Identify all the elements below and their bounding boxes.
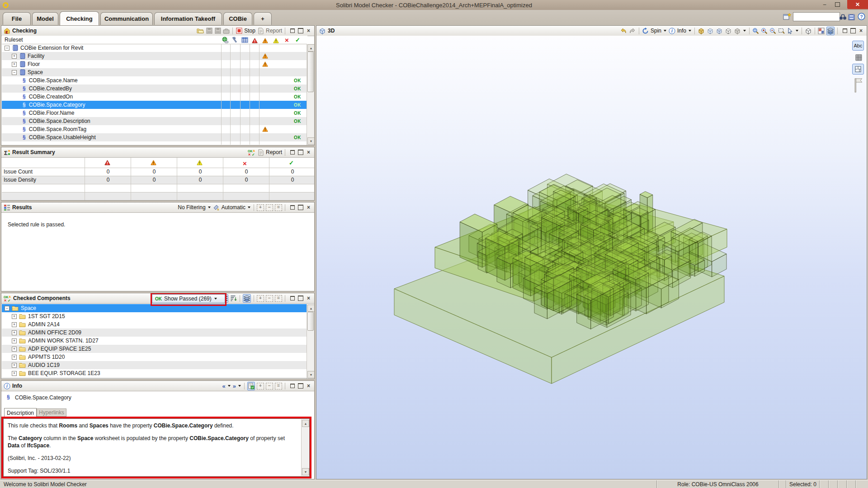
results-maximize-button[interactable] <box>297 205 304 211</box>
expand-toggle-icon[interactable]: + <box>12 371 17 376</box>
results-filter-dropdown[interactable]: No Filtering <box>178 204 205 211</box>
labels-toggle-button[interactable]: Abc <box>852 41 864 51</box>
rule-tree-row[interactable]: §COBie.CreatedByOK <box>2 84 307 93</box>
scroll-thumb[interactable] <box>307 52 314 92</box>
chevron-down-icon[interactable] <box>208 206 211 208</box>
tab-cobie[interactable]: COBie <box>223 12 252 25</box>
component-tree-row[interactable]: +BEE TECH 2B23 <box>2 377 307 379</box>
undo-icon[interactable] <box>620 27 627 35</box>
redo-icon[interactable] <box>629 27 636 35</box>
help-icon[interactable]: ? <box>858 13 865 20</box>
collapse-toggle-icon[interactable]: − <box>12 70 17 75</box>
info-tool-icon[interactable]: i <box>669 27 675 35</box>
viewport-3d-canvas[interactable]: Abc <box>316 36 867 479</box>
zoom-in-icon[interactable] <box>761 27 768 35</box>
summary-maximize-button[interactable] <box>297 150 304 155</box>
collapse-all-button[interactable]: − <box>266 295 273 302</box>
expand-toggle-icon[interactable]: + <box>12 54 17 59</box>
hyperlink-column-icon[interactable] <box>222 36 229 44</box>
stop-button[interactable]: Stop <box>244 28 255 34</box>
summary-close-button[interactable]: × <box>305 150 312 155</box>
report-button[interactable]: Report <box>266 28 282 34</box>
scroll-down-arrow[interactable]: ▼ <box>307 371 315 378</box>
expand-toggle-icon[interactable]: + <box>12 338 17 343</box>
expand-toggle-icon[interactable]: + <box>12 314 17 319</box>
view-transparent-icon[interactable] <box>707 27 714 35</box>
collapse-all-button[interactable]: − <box>266 383 273 389</box>
colorize-icon[interactable] <box>213 204 220 211</box>
nav-forward-icon[interactable]: » <box>233 383 236 389</box>
collapse-toggle-icon[interactable]: − <box>5 306 9 311</box>
parameters-column-icon[interactable] <box>241 36 248 44</box>
info-dropdown[interactable]: Info <box>677 28 686 34</box>
layers-icon[interactable] <box>243 294 251 303</box>
info-float-button[interactable] <box>289 383 296 389</box>
expand-toggle-icon[interactable]: + <box>12 330 17 335</box>
view-gray-icon[interactable] <box>734 27 741 35</box>
viewport-close-button[interactable]: × <box>858 28 864 34</box>
viewport-maximize-button[interactable] <box>849 28 856 34</box>
save-as-icon[interactable] <box>214 27 221 35</box>
collapse-toggle-icon[interactable]: − <box>5 46 9 51</box>
maximize-button[interactable] <box>831 0 844 9</box>
zoom-fit-icon[interactable] <box>752 27 759 35</box>
stop-icon[interactable] <box>236 27 242 35</box>
close-button[interactable]: ✕ <box>847 0 868 9</box>
rule-tree-row[interactable]: §COBie.Floor.NameOK <box>2 109 307 117</box>
view-ghost-icon[interactable] <box>716 27 723 35</box>
checking-scrollbar[interactable]: ▲ ▼ <box>307 44 314 145</box>
expand-toggle-icon[interactable]: + <box>12 355 17 360</box>
summary-filter-icon[interactable]: OK×✓ <box>248 149 255 156</box>
summary-report-icon[interactable] <box>257 149 264 156</box>
briefcase-icon[interactable] <box>223 27 230 35</box>
rule-tree-row[interactable]: §COBie.Space.NameOK <box>2 76 307 84</box>
chevron-down-icon[interactable] <box>664 30 666 32</box>
rule-tree-row[interactable]: §COBie.CreatedOnOK <box>2 93 307 101</box>
critical-severity-icon[interactable] <box>251 37 258 44</box>
info-close-button[interactable]: × <box>305 383 312 389</box>
color-scheme-icon[interactable] <box>818 27 825 35</box>
show-passed-dropdown[interactable]: OK Show Passed (269) <box>152 294 225 303</box>
tab--[interactable]: + <box>254 12 272 25</box>
component-tree-row[interactable]: +ADMIN 2A14 <box>2 320 307 328</box>
tab-communication[interactable]: Communication <box>100 12 153 25</box>
collapse-level-button[interactable]: = <box>275 204 282 211</box>
tab-file[interactable]: File <box>3 12 31 25</box>
chevron-down-icon[interactable] <box>689 30 691 32</box>
scroll-up-arrow[interactable]: ▲ <box>307 305 315 312</box>
nav-back-icon[interactable]: « <box>222 383 226 389</box>
component-tree-row[interactable]: +AUDIO 1C19 <box>2 361 307 369</box>
component-tree-row[interactable]: +ADMIN OFFICE 2D09 <box>2 328 307 337</box>
chevron-down-icon[interactable] <box>796 30 798 32</box>
components-scrollbar[interactable]: ▲ ▼ <box>307 304 314 379</box>
checking-close-button[interactable]: × <box>305 28 312 34</box>
rule-tree-row[interactable]: §COBie.Space.UsableHeightOK <box>2 133 307 141</box>
scroll-up-arrow[interactable]: ▲ <box>302 420 309 427</box>
results-close-button[interactable]: × <box>305 205 312 211</box>
floorplan-toggle-button[interactable] <box>852 64 864 75</box>
info-tab-hyperlinks[interactable]: Hyperlinks <box>37 408 66 417</box>
search-input[interactable] <box>793 12 840 21</box>
description-scrollbar[interactable]: ▲ ▼ <box>301 419 309 476</box>
accepted-column-icon[interactable]: ✓ <box>294 36 301 44</box>
scroll-up-arrow[interactable]: ▲ <box>307 44 315 52</box>
component-tree-row[interactable]: +BEE EQUIP. STORAGE 1E23 <box>2 369 307 377</box>
summary-report-button[interactable]: Report <box>266 149 282 155</box>
spin-dropdown[interactable]: Spin <box>651 28 661 34</box>
results-mode-dropdown[interactable]: Automatic <box>222 204 245 211</box>
scroll-down-arrow[interactable]: ▼ <box>307 137 315 145</box>
open-ruleset-icon[interactable] <box>197 27 204 35</box>
rule-tree-row[interactable]: §COBie.Space.DescriptionOK <box>2 117 307 125</box>
sectioning-icon[interactable] <box>805 27 812 35</box>
checked-maximize-button[interactable] <box>297 296 304 301</box>
rule-tree-row[interactable]: +Floor <box>2 60 307 68</box>
chevron-down-icon[interactable] <box>228 385 231 387</box>
component-tree-row[interactable]: +ADMIN WORK STATN. 1D27 <box>2 337 307 345</box>
save-icon[interactable] <box>206 27 212 35</box>
collapse-level-button[interactable]: = <box>275 295 282 302</box>
results-float-button[interactable] <box>289 205 296 211</box>
tab-information-takeoff[interactable]: Information Takeoff <box>154 12 222 25</box>
rule-tree-row[interactable]: §COBie.Space.RoomTag <box>2 125 307 133</box>
new-view-icon[interactable] <box>783 13 791 20</box>
expand-all-button[interactable]: + <box>257 295 264 302</box>
